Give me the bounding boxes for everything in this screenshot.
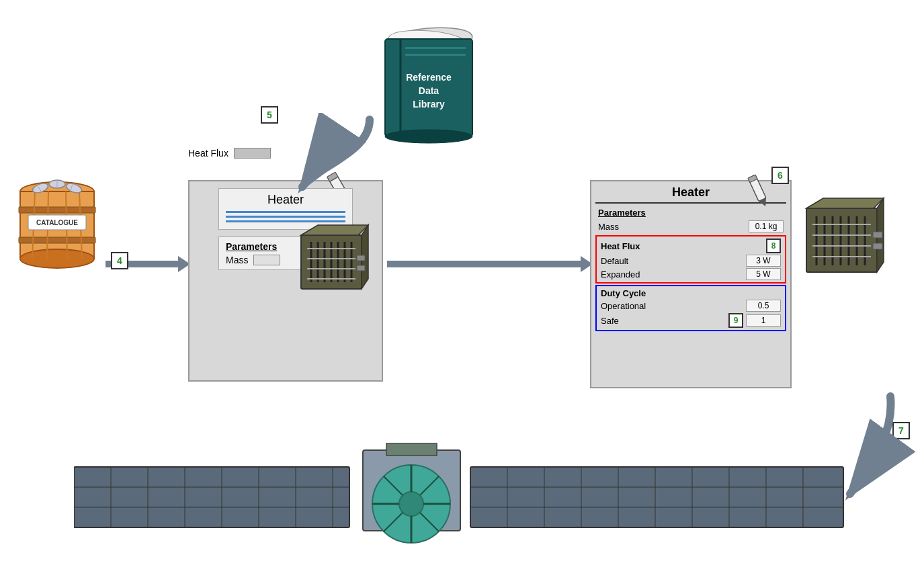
duty-cycle-section: Duty Cycle Operational 0.5 Safe 9 1	[595, 285, 786, 331]
heater-card-title: Heater	[226, 193, 345, 207]
svg-rect-40	[405, 47, 466, 49]
expanded-value[interactable]: 5 W	[746, 268, 781, 280]
svg-rect-41	[405, 54, 466, 56]
default-row: Default 3 W	[598, 254, 784, 267]
step9-label: 9	[734, 316, 739, 325]
heat-flux-header-row: Heat Flux 8	[598, 238, 784, 254]
barrel-svg: CATALOGUE	[13, 175, 101, 279]
step4-label: 4	[117, 255, 122, 266]
expanded-label: Expanded	[601, 269, 640, 279]
mass-label-right: Mass	[598, 222, 619, 232]
parameters-label: Parameters	[598, 208, 646, 218]
svg-marker-21	[301, 225, 368, 235]
operational-value[interactable]: 0.5	[746, 300, 781, 312]
heat-flux-section: Heat Flux	[188, 148, 271, 159]
svg-marker-51	[806, 198, 884, 208]
duty-cycle-label: Duty Cycle	[601, 288, 646, 298]
catalogue-barrel: CATALOGUE	[13, 175, 101, 282]
svg-rect-78	[386, 443, 437, 456]
heat-flux-label: Heat Flux	[188, 148, 228, 159]
step-badge-4: 4	[111, 252, 128, 269]
svg-rect-3	[19, 207, 95, 213]
safe-value[interactable]: 1	[746, 314, 781, 327]
satellite-svg	[74, 437, 847, 544]
catalogue-label: CATALOGUE	[36, 219, 78, 226]
svg-text:Library: Library	[413, 99, 445, 110]
right-panel: Heater Parameters Mass 0.1 kg Heat Flux …	[590, 180, 792, 388]
card-lines	[226, 211, 345, 222]
svg-rect-79	[470, 467, 843, 527]
expanded-row: Expanded 5 W	[598, 267, 784, 281]
svg-rect-64	[873, 232, 882, 238]
svg-rect-34	[357, 255, 365, 261]
arrow-mid-shaft	[387, 261, 585, 267]
satellite-section	[74, 437, 847, 544]
svg-rect-67	[74, 467, 349, 527]
operational-label: Operational	[601, 301, 646, 311]
svg-point-2	[20, 249, 94, 268]
step-badge-6: 6	[771, 167, 789, 184]
svg-rect-35	[357, 265, 365, 271]
safe-label: Safe	[601, 316, 619, 326]
svg-point-92	[399, 492, 423, 516]
safe-row: Safe 9 1	[598, 312, 784, 329]
mass-input-box[interactable]	[253, 255, 280, 265]
heat-flux-section-panel: Heat Flux 8 Default 3 W Expanded 5 W	[595, 235, 786, 284]
left-panel: Heater Parameters Mass	[188, 180, 383, 382]
duty-cycle-header-row: Duty Cycle	[598, 288, 784, 299]
svg-text:Reference: Reference	[406, 72, 452, 83]
curved-arrow-5	[262, 113, 430, 193]
mass-value[interactable]: 0.1 kg	[749, 220, 784, 232]
heat-flux-panel-label: Heat Flux	[601, 241, 640, 251]
step8-label: 8	[771, 241, 776, 251]
svg-rect-65	[873, 243, 882, 249]
svg-text:Data: Data	[419, 85, 439, 96]
default-value[interactable]: 3 W	[746, 255, 781, 267]
mass-row-right: Mass 0.1 kg	[595, 219, 786, 234]
heat-flux-input[interactable]	[234, 148, 271, 159]
step-badge-8: 8	[766, 239, 781, 253]
heater-icon-right	[803, 195, 897, 292]
heater-component-icon-left	[298, 222, 375, 305]
step6-label: 6	[778, 170, 783, 181]
mass-label: Mass	[226, 255, 248, 265]
default-label: Default	[601, 256, 628, 266]
operational-row: Operational 0.5	[598, 299, 784, 312]
svg-rect-4	[19, 237, 95, 243]
step-badge-9: 9	[728, 313, 743, 328]
